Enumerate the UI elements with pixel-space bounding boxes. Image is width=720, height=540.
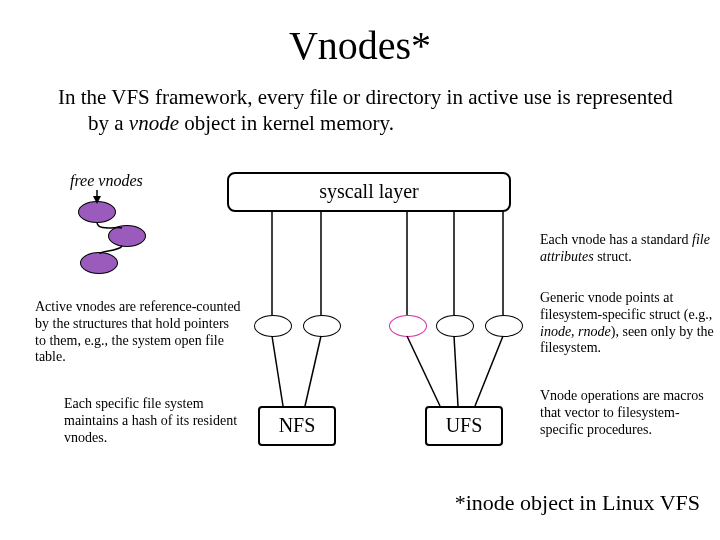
intro-text: In the VFS framework, every file or dire… (58, 84, 698, 137)
slide-title: Vnodes* (0, 22, 720, 69)
note-active-refcount: Active vnodes are reference-counted by t… (35, 299, 243, 366)
svg-line-11 (475, 336, 503, 406)
free-vnodes-label: free vnodes (70, 172, 143, 190)
svg-line-10 (454, 336, 458, 406)
svg-line-9 (407, 336, 440, 406)
note-fs-hash: Each specific file system maintains a ha… (64, 396, 244, 446)
free-vnode-oval (108, 225, 146, 247)
svg-line-8 (305, 336, 321, 406)
footnote: *inode object in Linux VFS (0, 490, 700, 516)
free-vnode-oval (78, 201, 116, 223)
nfs-box: NFS (258, 406, 336, 446)
note-vnode-ops: Vnode operations are macros that vector … (540, 388, 715, 438)
active-vnode-oval-magenta (389, 315, 427, 337)
syscall-layer-box: syscall layer (227, 172, 511, 212)
svg-line-7 (272, 336, 283, 406)
active-vnode-oval (485, 315, 523, 337)
active-vnode-oval (254, 315, 292, 337)
free-vnode-oval (80, 252, 118, 274)
active-vnode-oval (303, 315, 341, 337)
note-generic-vnode: Generic vnode points at filesystem-speci… (540, 290, 715, 357)
note-attr-struct: Each vnode has a standard file attribute… (540, 232, 710, 266)
active-vnode-oval (436, 315, 474, 337)
slide: Vnodes* In the VFS framework, every file… (0, 0, 720, 540)
ufs-box: UFS (425, 406, 503, 446)
